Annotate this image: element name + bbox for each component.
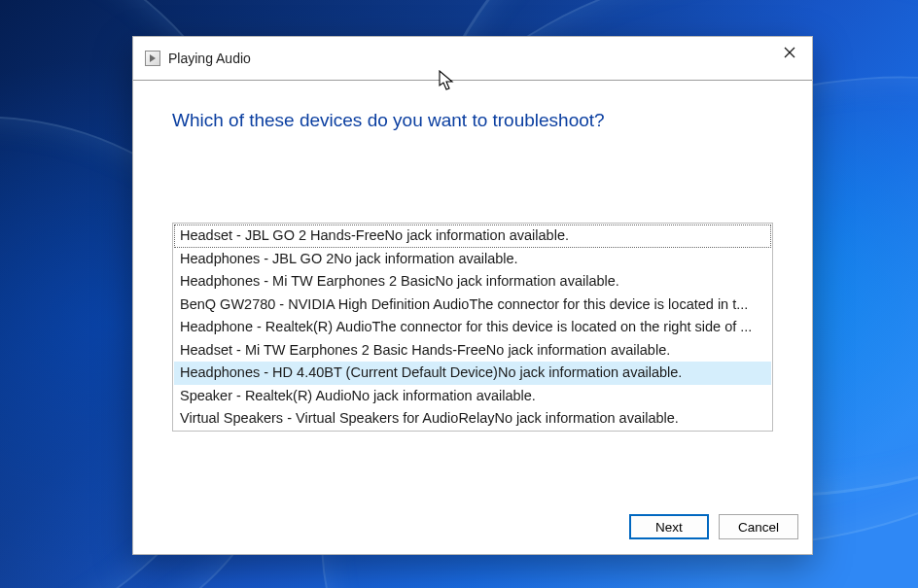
next-button[interactable]: Next — [629, 514, 709, 539]
device-option[interactable]: Headphones - JBL GO 2No jack information… — [174, 248, 771, 271]
cancel-button[interactable]: Cancel — [719, 514, 798, 539]
device-option[interactable]: Headphone - Realtek(R) AudioThe connecto… — [174, 316, 771, 339]
window-title: Playing Audio — [168, 51, 251, 66]
device-option[interactable]: Headset - JBL GO 2 Hands-FreeNo jack inf… — [174, 225, 771, 248]
dialog-heading: Which of these devices do you want to tr… — [172, 110, 773, 131]
close-button[interactable] — [767, 37, 812, 68]
dialog-body: Which of these devices do you want to tr… — [133, 81, 812, 500]
device-option[interactable]: Virtual Speakers - Virtual Speakers for … — [174, 407, 771, 431]
titlebar: Playing Audio — [133, 37, 812, 80]
troubleshooter-window: Playing Audio Which of these devices do … — [132, 36, 813, 555]
device-listbox[interactable]: Headset - JBL GO 2 Hands-FreeNo jack inf… — [172, 223, 773, 432]
device-option[interactable]: Headset - Mi TW Earphones 2 Basic Hands-… — [174, 339, 771, 363]
desktop-background: Playing Audio Which of these devices do … — [0, 0, 918, 588]
svg-marker-0 — [150, 54, 156, 62]
close-icon — [784, 47, 795, 58]
device-option[interactable]: BenQ GW2780 - NVIDIA High Definition Aud… — [174, 294, 771, 317]
app-icon — [145, 51, 160, 66]
device-option[interactable]: Speaker - Realtek(R) AudioNo jack inform… — [174, 385, 771, 408]
device-option[interactable]: Headphones - Mi TW Earphones 2 BasicNo j… — [174, 270, 771, 294]
dialog-footer: Next Cancel — [133, 500, 812, 554]
device-option[interactable]: Headphones - HD 4.40BT (Current Default … — [174, 362, 771, 385]
